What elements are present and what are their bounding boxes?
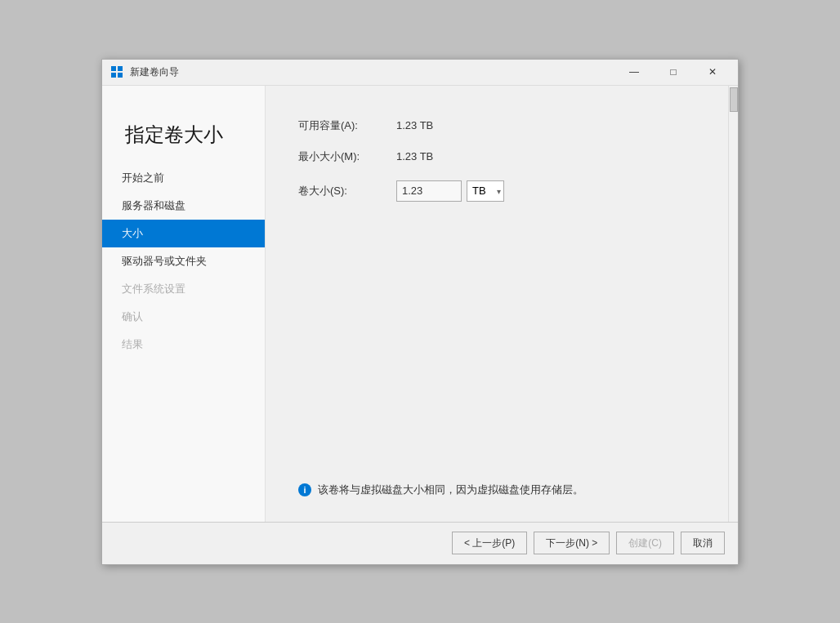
nav-item-fs: 文件系统设置 — [102, 275, 265, 303]
nav-item-server[interactable]: 服务器和磁盘 — [102, 192, 265, 220]
available-row: 可用容量(A): 1.23 TB — [298, 118, 695, 133]
left-panel: 指定卷大小 开始之前 服务器和磁盘 大小 驱动器号或文件夹 文件系统设置 确认 … — [102, 86, 266, 522]
title-bar: 新建卷向导 — □ ✕ — [102, 60, 738, 86]
available-label: 可用容量(A): — [298, 118, 396, 133]
nav-item-drive[interactable]: 驱动器号或文件夹 — [102, 247, 265, 275]
info-text: 该卷将与虚拟磁盘大小相同，因为虚拟磁盘使用存储层。 — [318, 483, 583, 497]
size-input[interactable] — [396, 180, 462, 202]
next-button[interactable]: 下一步(N) > — [534, 532, 610, 554]
info-bar: i 该卷将与虚拟磁盘大小相同，因为虚拟磁盘使用存储层。 — [298, 474, 695, 505]
nav-item-confirm: 确认 — [102, 303, 265, 331]
right-panel: 可用容量(A): 1.23 TB 最小大小(M): 1.23 TB 卷大小(S)… — [266, 86, 728, 522]
prev-button[interactable]: < 上一步(P) — [452, 532, 527, 554]
window-icon — [109, 64, 125, 80]
volume-size-row: 卷大小(S): TB GB MB — [298, 180, 695, 202]
nav-item-start[interactable]: 开始之前 — [102, 164, 265, 192]
unit-select[interactable]: TB GB MB — [467, 180, 504, 202]
close-button[interactable]: ✕ — [694, 60, 731, 83]
svg-rect-1 — [118, 66, 123, 71]
window-content: 指定卷大小 开始之前 服务器和磁盘 大小 驱动器号或文件夹 文件系统设置 确认 … — [102, 86, 738, 522]
size-label: 卷大小(S): — [298, 184, 396, 198]
nav-item-size[interactable]: 大小 — [102, 220, 265, 247]
info-icon: i — [298, 483, 311, 496]
nav-item-result: 结果 — [102, 331, 265, 358]
min-value: 1.23 TB — [396, 150, 433, 162]
window-controls: — □ ✕ — [615, 60, 731, 83]
scrollbar-thumb[interactable] — [730, 87, 738, 112]
size-input-group: TB GB MB — [396, 180, 504, 202]
svg-rect-3 — [118, 73, 123, 78]
min-label: 最小大小(M): — [298, 149, 396, 164]
page-title-area: 指定卷大小 — [102, 102, 265, 164]
create-button[interactable]: 创建(C) — [616, 532, 674, 554]
content-area: 指定卷大小 开始之前 服务器和磁盘 大小 驱动器号或文件夹 文件系统设置 确认 … — [102, 86, 738, 522]
main-window: 新建卷向导 — □ ✕ 指定卷大小 开始之前 服务器和磁盘 大小 驱动器号或文件… — [101, 59, 739, 565]
available-value: 1.23 TB — [396, 119, 433, 131]
cancel-button[interactable]: 取消 — [681, 532, 725, 554]
scrollbar[interactable] — [728, 86, 738, 522]
unit-select-wrapper: TB GB MB — [467, 180, 504, 202]
title-bar-text: 新建卷向导 — [130, 65, 615, 79]
spacer — [298, 218, 695, 474]
maximize-button[interactable]: □ — [655, 60, 692, 83]
minimize-button[interactable]: — — [615, 60, 653, 83]
svg-rect-0 — [111, 66, 116, 71]
bottom-bar: < 上一步(P) 下一步(N) > 创建(C) 取消 — [102, 522, 738, 564]
min-size-row: 最小大小(M): 1.23 TB — [298, 149, 695, 164]
page-title: 指定卷大小 — [125, 122, 242, 148]
svg-rect-2 — [111, 73, 116, 78]
